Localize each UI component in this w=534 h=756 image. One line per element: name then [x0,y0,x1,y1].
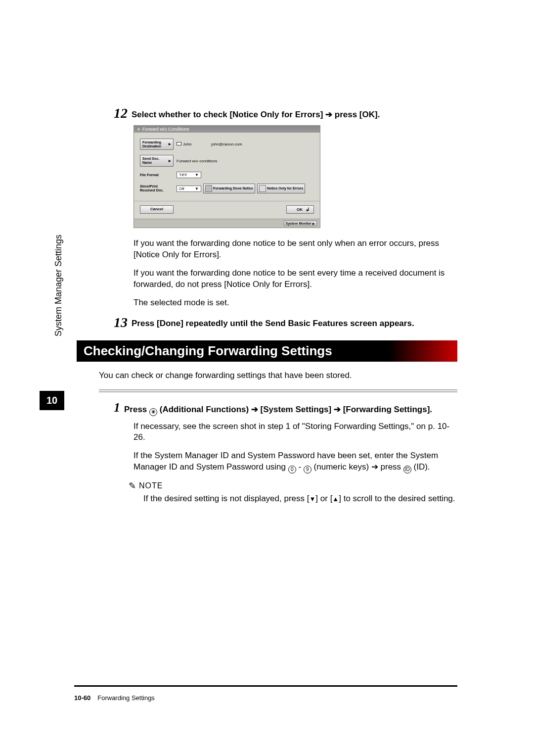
step-12-body-1: If you want the forwarding done notice t… [134,238,460,261]
titlebar-icon: ✳ [137,127,140,132]
chevron-down-icon: ▼ [195,187,199,191]
file-format-dropdown[interactable]: TIFF▼ [177,172,201,178]
notice-only-errors-button[interactable]: Notice Only for Errors [257,184,305,193]
step-number: 12 [114,106,128,120]
chevron-right-icon: ▶ [169,142,171,146]
section-intro: You can check or change forwarding setti… [99,371,460,380]
step-12-text-b: press [OK]. [332,110,380,119]
notice-icon [205,185,212,192]
fwd-dest-email: john@canon.com [211,142,242,146]
file-format-value: TIFF [179,173,187,177]
page-footer: 10-60Forwarding Settings [74,694,155,702]
down-triangle-icon: ▼ [309,495,315,503]
screenshot-title: Forward w/o Conditions [142,127,189,132]
store-print-dropdown[interactable]: Off▼ [177,186,201,192]
note-text-c: ] to scroll to the desired setting. [339,494,455,503]
step-1-text-a: Press [124,405,149,414]
step-1-text-d: [Forwarding Settings]. [341,405,432,414]
ok-label: OK [297,207,303,212]
right-arrow-icon: ➔ [371,462,378,472]
step-12-body-2: If you want the forwarding done notice t… [134,268,460,290]
screenshot-titlebar: ✳ Forward w/o Conditions [134,126,320,133]
chevron-down-icon: ▼ [195,173,199,177]
section-header: Checking/Changing Forwarding Settings [77,340,457,362]
send-doc-value: Forward w/o conditions [177,159,217,163]
note-pencil-icon: ✎ [129,480,136,491]
divider [99,389,457,392]
note-label: NOTE [139,481,163,490]
page-number: 10-60 [74,694,90,702]
step-1-text-c: [System Settings] [258,405,334,414]
notice-only-label: Notice Only for Errors [267,187,303,190]
step-12-instruction: Select whether to check [Notice Only for… [132,106,460,120]
device-screenshot: ✳ Forward w/o Conditions Forwarding Dest… [134,125,320,228]
step-1-body-1: If necessary, see the screen shot in ste… [134,421,460,444]
step-13: 13 Press [Done] repeatedly until the Sen… [114,316,460,330]
chevron-right-icon: ▶ [169,159,171,163]
right-arrow-icon: ➔ [325,110,332,119]
step-12-text-a: Select whether to check [Notice Only for… [132,110,325,119]
system-monitor-label: System Monitor [286,222,312,225]
step-1-instruction: Press ✳ (Additional Functions) ➔ [System… [124,401,460,416]
sidebar-chapter-label: System Manager Settings [53,235,64,336]
send-doc-label: Send Doc. Name [142,157,169,164]
step-1-body-2: If the System Manager ID and System Pass… [134,450,460,473]
forwarding-done-notice-button[interactable]: Forwarding Done Notice [203,184,255,193]
footer-rule [74,685,457,687]
note-body: If the desired setting is not displayed,… [143,493,460,505]
checkbox-icon [259,185,266,192]
additional-functions-key-icon: ✳ [149,408,157,416]
chevron-right-icon: ▶ [312,222,315,225]
step-1-body-2d: press [378,462,403,472]
id-key-icon: ID [403,466,411,473]
step-13-instruction: Press [Done] repeatedly until the Send B… [132,316,460,329]
step-1-body-2c: (numeric keys) [312,462,371,472]
up-triangle-icon: ▲ [332,495,339,503]
step-12: 12 Select whether to check [Notice Only … [114,106,460,120]
send-doc-name-button[interactable]: Send Doc. Name▶ [140,155,174,166]
fwd-dest-name: John [177,142,191,146]
envelope-icon [177,142,181,145]
fwd-dest-label: Forwarding Destination [142,141,169,148]
enter-arrow-icon: ↲ [306,207,310,212]
system-monitor-button[interactable]: System Monitor ▶ [284,221,317,226]
note-text-a: If the desired setting is not displayed,… [143,494,309,503]
fwd-done-label: Forwarding Done Notice [213,187,253,190]
ok-button[interactable]: OK ↲ [286,205,314,214]
chapter-number-tab: 10 [40,391,64,410]
key-nine-icon: 9 [304,466,312,473]
store-print-label: Store/Print Received Doc. [140,183,174,193]
store-print-value: Off [179,187,184,191]
cancel-button[interactable]: Cancel [140,205,174,214]
footer-title: Forwarding Settings [97,694,155,702]
note-header: ✎ NOTE [129,480,460,491]
right-arrow-icon: ➔ [334,405,341,414]
note-text-b: ] or [ [315,494,332,503]
step-number: 13 [114,316,128,330]
step-1-body-2b: - [296,462,304,472]
key-zero-icon: 0 [288,466,296,473]
right-arrow-icon: ➔ [251,405,258,414]
step-12-body-3: The selected mode is set. [134,297,460,309]
step-number: 1 [114,401,120,414]
file-format-label: File Format [140,172,174,179]
step-1: 1 Press ✳ (Additional Functions) ➔ [Syst… [114,401,460,416]
step-1-text-b: (Additional Functions) [157,405,251,414]
step-1-body-2e: (ID). [411,462,430,472]
forwarding-destination-button[interactable]: Forwarding Destination▶ [140,139,174,150]
